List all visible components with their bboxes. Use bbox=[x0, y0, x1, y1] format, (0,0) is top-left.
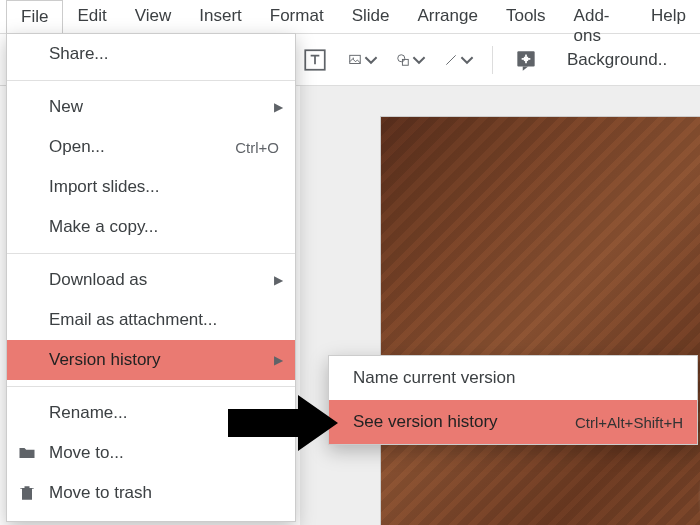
menuitem-label: Move to... bbox=[49, 443, 124, 463]
slide[interactable] bbox=[380, 116, 700, 525]
submenu-arrow-icon: ▶ bbox=[274, 353, 283, 367]
menu-addons[interactable]: Add-ons bbox=[560, 0, 637, 34]
menuitem-email-attachment[interactable]: Email as attachment... bbox=[7, 300, 295, 340]
menuitem-shortcut: Ctrl+O bbox=[235, 139, 279, 156]
trash-icon bbox=[17, 483, 37, 503]
menu-file[interactable]: File bbox=[6, 0, 63, 34]
menubar: File Edit View Insert Format Slide Arran… bbox=[0, 0, 700, 34]
submenu-arrow-icon: ▶ bbox=[274, 273, 283, 287]
svg-rect-4 bbox=[402, 59, 408, 65]
menu-view[interactable]: View bbox=[121, 0, 186, 34]
folder-icon bbox=[17, 443, 37, 463]
toolbar-divider bbox=[492, 46, 493, 74]
menuitem-label: Open... bbox=[49, 137, 105, 157]
menu-insert[interactable]: Insert bbox=[185, 0, 256, 34]
menu-help[interactable]: Help bbox=[637, 0, 700, 34]
image-icon[interactable] bbox=[348, 45, 378, 75]
menuitem-import-slides[interactable]: Import slides... bbox=[7, 167, 295, 207]
svg-point-2 bbox=[353, 57, 354, 58]
submenu-name-current-version[interactable]: Name current version bbox=[329, 356, 697, 400]
menuitem-new[interactable]: New▶ bbox=[7, 87, 295, 127]
annotation-arrow-icon bbox=[228, 395, 338, 455]
menuitem-label: Import slides... bbox=[49, 177, 160, 197]
menu-format[interactable]: Format bbox=[256, 0, 338, 34]
menuitem-make-copy[interactable]: Make a copy... bbox=[7, 207, 295, 247]
menuitem-share[interactable]: Share... bbox=[7, 34, 295, 74]
menuitem-shortcut: Ctrl+Alt+Shift+H bbox=[575, 414, 683, 431]
shape-icon[interactable] bbox=[396, 45, 426, 75]
submenu-arrow-icon: ▶ bbox=[274, 100, 283, 114]
menuitem-label: Rename... bbox=[49, 403, 127, 423]
menuitem-label: See version history bbox=[353, 412, 498, 432]
menuitem-version-history[interactable]: Version history▶ bbox=[7, 340, 295, 380]
comment-icon[interactable] bbox=[511, 45, 541, 75]
menu-edit[interactable]: Edit bbox=[63, 0, 120, 34]
version-history-submenu: Name current version See version history… bbox=[328, 355, 698, 445]
menuitem-label: Name current version bbox=[353, 368, 516, 388]
menuitem-download-as[interactable]: Download as▶ bbox=[7, 260, 295, 300]
menuitem-label: New bbox=[49, 97, 83, 117]
menuitem-open[interactable]: Open...Ctrl+O bbox=[7, 127, 295, 167]
svg-point-3 bbox=[398, 54, 405, 61]
svg-rect-1 bbox=[350, 55, 361, 63]
menu-separator bbox=[7, 386, 295, 387]
submenu-see-version-history[interactable]: See version historyCtrl+Alt+Shift+H bbox=[329, 400, 697, 444]
menuitem-label: Download as bbox=[49, 270, 147, 290]
menuitem-label: Move to trash bbox=[49, 483, 152, 503]
menuitem-move-to-trash[interactable]: Move to trash bbox=[7, 473, 295, 513]
background-button[interactable]: Background.. bbox=[567, 50, 667, 70]
menuitem-label: Email as attachment... bbox=[49, 310, 217, 330]
svg-rect-8 bbox=[522, 58, 531, 60]
menu-slide[interactable]: Slide bbox=[338, 0, 404, 34]
menuitem-label: Version history bbox=[49, 350, 161, 370]
textbox-icon[interactable] bbox=[300, 45, 330, 75]
menu-separator bbox=[7, 80, 295, 81]
line-icon[interactable] bbox=[444, 45, 474, 75]
menu-arrange[interactable]: Arrange bbox=[403, 0, 491, 34]
slide-image bbox=[381, 117, 700, 525]
slide-canvas bbox=[300, 86, 700, 525]
menu-tools[interactable]: Tools bbox=[492, 0, 560, 34]
menuitem-label: Share... bbox=[49, 44, 109, 64]
menuitem-label: Make a copy... bbox=[49, 217, 158, 237]
menu-separator bbox=[7, 253, 295, 254]
